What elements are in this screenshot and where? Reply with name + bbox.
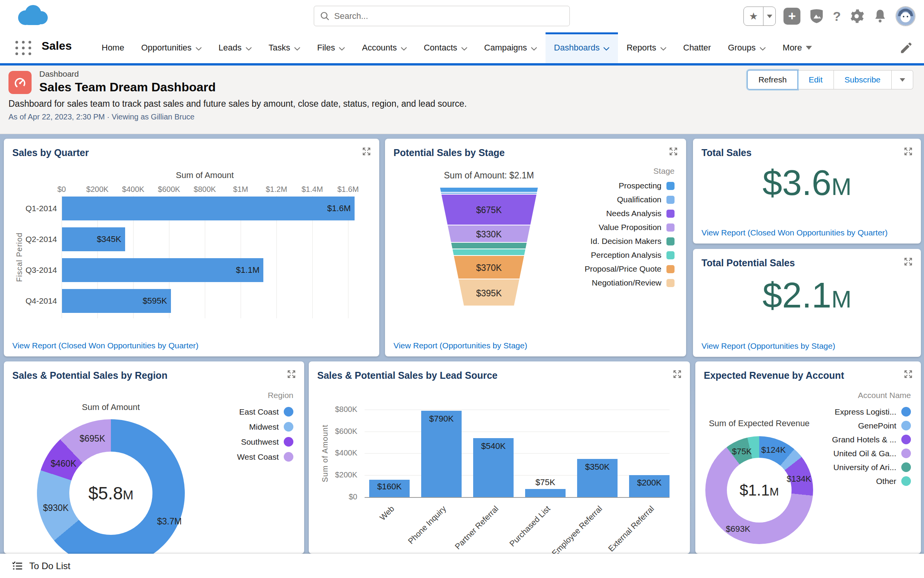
tab-contacts[interactable]: Contacts bbox=[415, 32, 476, 63]
nav-tabs: Home Opportunities Leads Tasks Files Acc… bbox=[93, 32, 820, 63]
legend-swatch bbox=[666, 210, 675, 218]
legend-label: Qualification bbox=[617, 195, 661, 204]
chevron-down-icon[interactable] bbox=[603, 47, 609, 50]
tab-reports[interactable]: Reports bbox=[618, 32, 675, 63]
view-report-link[interactable]: View Report (Closed Won Opportunities by… bbox=[701, 228, 888, 237]
chevron-down-icon[interactable] bbox=[294, 47, 300, 50]
widget-title: Total Potential Sales bbox=[701, 257, 795, 269]
chevron-down-icon[interactable] bbox=[760, 47, 766, 50]
tab-more[interactable]: More bbox=[774, 32, 820, 63]
bar-purchased-list[interactable] bbox=[525, 489, 566, 497]
bar-q3-2014[interactable]: $1.1M bbox=[62, 258, 263, 282]
tab-campaigns[interactable]: Campaigns bbox=[476, 32, 546, 63]
metric-value: $2.1M bbox=[693, 275, 921, 316]
bar-value-label: $350K bbox=[573, 462, 621, 472]
view-report-link[interactable]: View Report (Closed Won Opportunities by… bbox=[12, 341, 199, 350]
tab-chatter[interactable]: Chatter bbox=[675, 32, 720, 63]
funnel-segment-perception-analysis[interactable] bbox=[440, 249, 538, 255]
chevron-down-icon[interactable] bbox=[246, 47, 252, 50]
tab-groups[interactable]: Groups bbox=[720, 32, 774, 63]
expand-icon[interactable] bbox=[903, 257, 913, 267]
expand-icon[interactable] bbox=[903, 146, 913, 156]
funnel-segment-qualification[interactable] bbox=[440, 193, 538, 194]
legend-item: Needs Analysis bbox=[606, 209, 675, 218]
tab-leads[interactable]: Leads bbox=[210, 32, 260, 63]
subscribe-button[interactable]: Subscribe bbox=[834, 70, 892, 89]
as-of-text: As of Apr 22, 2023, 2:30 PM · Viewing as… bbox=[8, 113, 194, 121]
search-input[interactable] bbox=[314, 6, 570, 26]
tab-dashboards[interactable]: Dashboards bbox=[546, 32, 618, 63]
header-icons: ★ + ? bbox=[743, 6, 916, 26]
expand-icon[interactable] bbox=[903, 369, 913, 379]
todo-list-bar[interactable]: To Do List bbox=[0, 554, 924, 578]
expand-icon[interactable] bbox=[286, 369, 296, 379]
segment-value-label: $75K bbox=[732, 447, 752, 457]
chevron-down-icon[interactable] bbox=[660, 47, 666, 50]
tab-files[interactable]: Files bbox=[309, 32, 353, 63]
dashboard-header: Dashboard Sales Team Dream Dashboard Das… bbox=[0, 66, 924, 134]
chevron-down-icon[interactable] bbox=[196, 47, 202, 50]
chevron-down-icon[interactable] bbox=[401, 47, 407, 50]
tab-accounts[interactable]: Accounts bbox=[353, 32, 415, 63]
legend-label: Negotiation/Review bbox=[592, 278, 661, 287]
legend-item: Southwest bbox=[241, 437, 293, 447]
funnel-segment-prospecting[interactable] bbox=[440, 188, 538, 192]
segment-value-label: $693K bbox=[726, 524, 750, 534]
legend-item: Qualification bbox=[617, 195, 675, 204]
legend-item: United Oil & Ga... bbox=[834, 449, 911, 458]
legend-swatch bbox=[666, 196, 675, 204]
segment-value-label: $134K bbox=[787, 474, 811, 484]
legend-item: Other bbox=[876, 476, 911, 486]
legend-item: Express Logisti... bbox=[835, 407, 911, 417]
bar-q1-2014[interactable]: $1.6M bbox=[62, 197, 355, 220]
tab-opportunities[interactable]: Opportunities bbox=[133, 32, 210, 63]
edit-nav-pencil-icon[interactable] bbox=[899, 42, 912, 55]
help-icon[interactable]: ? bbox=[833, 9, 841, 24]
global-actions-plus-icon[interactable]: + bbox=[783, 8, 800, 25]
legend-item: Proposal/Price Quote bbox=[584, 264, 675, 274]
expand-icon[interactable] bbox=[672, 369, 682, 379]
bar-q4-2014[interactable]: $595K bbox=[62, 289, 171, 313]
funnel-subtitle: Sum of Amount: $2.1M bbox=[444, 170, 534, 181]
chevron-down-icon[interactable] bbox=[461, 47, 467, 50]
refresh-button[interactable]: Refresh bbox=[747, 70, 798, 89]
view-report-link[interactable]: View Report (Opportunities by Stage) bbox=[701, 341, 835, 351]
tab-tasks[interactable]: Tasks bbox=[260, 32, 309, 63]
expand-icon[interactable] bbox=[668, 146, 678, 156]
edit-button[interactable]: Edit bbox=[798, 70, 834, 89]
guidance-trailhead-icon[interactable] bbox=[808, 8, 825, 25]
global-header: ★ + ? bbox=[0, 0, 924, 32]
app-launcher-icon[interactable] bbox=[15, 41, 32, 56]
notifications-bell-icon[interactable] bbox=[872, 8, 888, 24]
dashboard-actions: Refresh Edit Subscribe bbox=[747, 70, 913, 89]
star-icon[interactable]: ★ bbox=[744, 7, 763, 25]
setup-gear-icon[interactable] bbox=[849, 8, 865, 24]
y-category: Q2-2014 bbox=[4, 227, 57, 251]
bar-q2-2014[interactable]: $345K bbox=[62, 227, 125, 251]
legend-label: Proposal/Price Quote bbox=[584, 264, 661, 274]
tab-home[interactable]: Home bbox=[93, 32, 133, 63]
region-legend: East Coast Midwest Southwest West Coast bbox=[237, 407, 293, 462]
x-tick: $1.6M bbox=[337, 185, 359, 194]
donut-total: $5.8M bbox=[88, 483, 133, 504]
widget-title: Expected Revenue by Account bbox=[704, 370, 844, 381]
y-tick: $600K bbox=[309, 427, 357, 436]
chevron-down-icon[interactable] bbox=[339, 47, 345, 50]
user-avatar[interactable] bbox=[896, 6, 916, 26]
legend-swatch bbox=[901, 449, 911, 458]
legend-label: Id. Decision Makers bbox=[591, 237, 661, 246]
legend-item: West Coast bbox=[237, 452, 293, 462]
expand-icon[interactable] bbox=[362, 146, 372, 156]
legend-label: Southwest bbox=[241, 437, 279, 447]
more-caret-icon[interactable] bbox=[806, 46, 812, 50]
legend-label: Needs Analysis bbox=[606, 209, 661, 218]
more-actions-caret-button[interactable] bbox=[892, 70, 913, 89]
legend-swatch bbox=[901, 476, 911, 486]
favorites-caret[interactable] bbox=[763, 7, 775, 26]
favorites-button[interactable]: ★ bbox=[743, 7, 776, 26]
chevron-down-icon[interactable] bbox=[531, 47, 537, 50]
funnel-segment-id-decision-makers[interactable] bbox=[440, 243, 538, 249]
view-report-link[interactable]: View Report (Opportunities by Stage) bbox=[393, 341, 527, 350]
legend-item: Perception Analysis bbox=[591, 250, 675, 260]
legend-swatch bbox=[284, 422, 293, 432]
